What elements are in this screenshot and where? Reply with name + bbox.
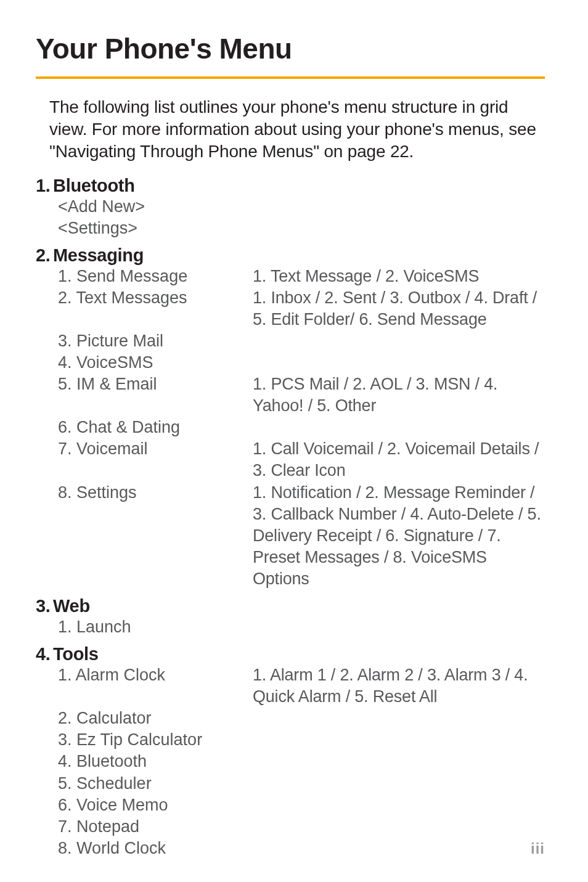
row-number: 3. [58,330,72,352]
row-left: World Clock [76,839,166,857]
row-left: Voicemail [76,439,148,458]
list-item: <Settings> [58,218,545,239]
table-row: 6. Voice Memo [58,794,545,816]
section-web: 3.Web 1. Launch [36,596,545,638]
row-right: 1. Notification / 2. Message Reminder / … [253,482,545,590]
row-number: 1. [58,664,72,686]
row-left: Picture Mail [76,332,163,350]
row-left: Calculator [76,709,152,727]
row-number: 5. [58,773,72,794]
row-right: 1. Text Message / 2. VoiceSMS [253,266,545,287]
section-label: Bluetooth [53,176,135,195]
row-left: Settings [76,483,137,502]
table-row: 7. Notepad [58,816,545,838]
section-rows: 1. Alarm Clock 1. Alarm 1 / 2. Alarm 2 /… [58,664,545,859]
row-number: 7. [58,816,72,838]
row-left: Chat & Dating [76,418,180,436]
row-left: Notepad [76,817,139,836]
section-label: Tools [53,644,99,664]
row-left: Voice Memo [76,796,168,814]
row-left: Bluetooth [76,752,147,770]
row-number: 2. [58,287,72,309]
row-right: 1. Alarm 1 / 2. Alarm 2 / 3. Alarm 3 / 4… [253,664,545,708]
section-messaging: 2.Messaging 1. Send Message 1. Text Mess… [36,245,545,590]
table-row: 1. Alarm Clock 1. Alarm 1 / 2. Alarm 2 /… [58,664,545,708]
section-number: 2. [36,245,53,266]
section-header: 4.Tools [36,644,545,664]
table-row: 4. Bluetooth [58,751,545,772]
table-row: 4. VoiceSMS [58,352,545,374]
row-left: IM & Email [76,375,157,393]
row-left: Text Messages [76,288,187,307]
section-header: 1.Bluetooth [36,176,545,196]
row-number: 1. [58,616,72,638]
section-number: 1. [36,176,53,196]
section-label: Web [53,596,90,616]
section-header: 2.Messaging [36,245,545,266]
section-header: 3.Web [36,596,545,616]
row-number: 5. [58,374,72,395]
table-row: 2. Calculator [58,708,545,729]
table-row: 6. Chat & Dating [58,417,545,438]
row-left: Send Message [76,267,187,285]
table-row: 5. IM & Email 1. PCS Mail / 2. AOL / 3. … [58,374,545,417]
table-row: 5. Scheduler [58,773,545,794]
intro-paragraph: The following list outlines your phone's… [49,96,545,162]
row-number: 3. [58,729,72,751]
table-row: 2. Text Messages 1. Inbox / 2. Sent / 3.… [58,287,545,330]
row-left: Launch [76,618,131,636]
table-row: 1. Send Message 1. Text Message / 2. Voi… [58,266,545,287]
table-row: 8. World Clock [58,838,545,859]
row-left: VoiceSMS [76,353,153,372]
table-row: 7. Voicemail 1. Call Voicemail / 2. Voic… [58,438,545,481]
row-number: 7. [58,438,72,460]
row-number: 2. [58,708,72,729]
row-left: Scheduler [76,774,152,793]
row-number: 6. [58,794,72,816]
section-rows: 1. Launch [58,616,545,638]
page-number: iii [531,840,545,857]
row-left: Alarm Clock [76,666,166,684]
row-right: 1. PCS Mail / 2. AOL / 3. MSN / 4. Yahoo… [253,374,545,417]
section-number: 4. [36,644,53,664]
row-right: 1. Call Voicemail / 2. Voicemail Details… [253,438,545,481]
section-number: 3. [36,596,53,616]
table-row: 8. Settings 1. Notification / 2. Message… [58,482,545,590]
row-number: 8. [58,482,72,504]
page-title: Your Phone's Menu [36,32,545,65]
row-number: 8. [58,838,72,859]
section-tools: 4.Tools 1. Alarm Clock 1. Alarm 1 / 2. A… [36,644,545,859]
row-right: 1. Inbox / 2. Sent / 3. Outbox / 4. Draf… [253,287,545,330]
table-row: 3. Picture Mail [58,330,545,352]
document-page: Your Phone's Menu The following list out… [0,0,588,882]
section-rows: 1. Send Message 1. Text Message / 2. Voi… [58,266,545,590]
title-underline [36,76,545,79]
list-item: <Add New> [58,196,545,218]
row-number: 1. [58,266,72,287]
row-number: 4. [58,352,72,374]
table-row: 1. Launch [58,616,545,638]
row-number: 6. [58,417,72,438]
table-row: 3. Ez Tip Calculator [58,729,545,751]
section-bluetooth: 1.Bluetooth <Add New> <Settings> [36,176,545,239]
row-left: Ez Tip Calculator [76,730,202,749]
section-label: Messaging [53,245,144,265]
row-number: 4. [58,751,72,772]
